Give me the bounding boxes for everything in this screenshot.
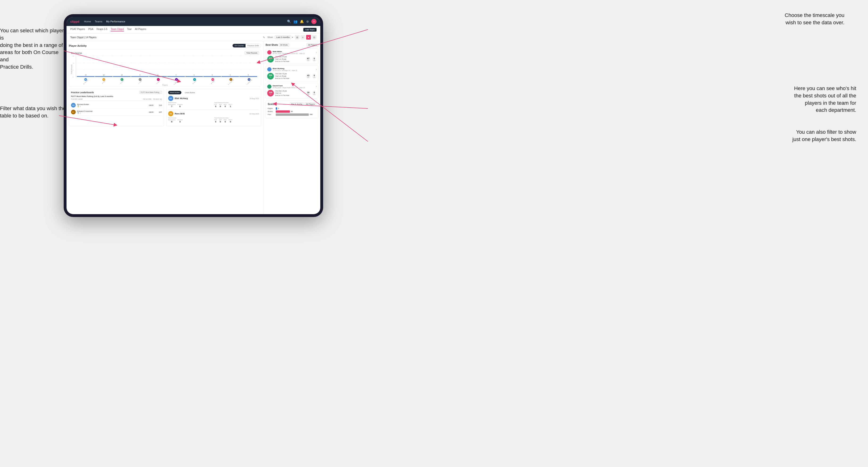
logo: clippd xyxy=(70,20,79,23)
chart-top: On Course Total Rounds xyxy=(71,51,259,55)
leaderboard-row-0[interactable]: RB Richard Butler 🥇 1 19/20 110 xyxy=(71,102,162,109)
leaderboard-row-1[interactable]: EC Edward Crossman 🥈 2 18/20 107 xyxy=(71,109,162,116)
x-label-9: LR L. Robertson xyxy=(240,78,258,83)
tablet-screen: clippd Home Teams My Performance 🔍 👥 🔔 ⊕… xyxy=(66,17,320,214)
best-shots-section: Best Shots All Shots All Players Matt Mi… xyxy=(266,43,318,98)
search-icon[interactable]: 🔍 xyxy=(287,20,291,23)
shot-badge-num-0: 200 xyxy=(269,57,272,59)
shot-dist-sub-0a: yds xyxy=(307,60,309,61)
sub-nav-all[interactable]: All Players xyxy=(135,28,146,31)
shot-avatar-2 xyxy=(267,85,272,89)
leaderboard-avatar-0: RB xyxy=(71,103,76,107)
bar-col-6: 3 xyxy=(185,74,203,77)
people-icon[interactable]: 👥 xyxy=(293,20,298,23)
chart-filter[interactable]: Total Rounds xyxy=(245,51,259,55)
shot-chevron-0[interactable]: › xyxy=(316,51,317,54)
sub-nav-pga[interactable]: PGA xyxy=(88,28,93,31)
on-course-toggle[interactable]: On Course xyxy=(232,44,246,48)
plus-icon[interactable]: ⊕ xyxy=(306,20,309,23)
bar-highlight-1 xyxy=(95,76,113,77)
practice-filter[interactable]: PUTT Must Make Putting... xyxy=(140,91,162,94)
bar-8 xyxy=(221,76,239,77)
bar-label-7: 3 xyxy=(212,74,213,76)
bar-highlight-2 xyxy=(113,76,131,77)
shot-dist-num-0a: 67 xyxy=(307,57,309,60)
best-shots-title: Best Shots xyxy=(266,44,278,46)
x-axis-footer-label: Players xyxy=(71,84,259,86)
leaderboard-cols: PLAYER NAME PB SCORE PB AVG SQ xyxy=(71,98,162,101)
card-view-icon[interactable]: ♥ xyxy=(306,35,311,40)
sub-nav-hcaps[interactable]: Hcaps 1-5 xyxy=(97,28,107,31)
least-active-tab[interactable]: Least Active xyxy=(183,91,197,94)
bar-col-3: 9 xyxy=(131,74,149,77)
scoring-count-eagles: 3 xyxy=(278,107,279,109)
nav-performance[interactable]: My Performance xyxy=(106,20,125,23)
show-select[interactable]: Last 3 months xyxy=(275,35,291,39)
x-axis-labels: BM B. McHarg RB R. Britt DF D. Ford xyxy=(71,77,259,83)
x-label-6: RB R. Butler xyxy=(186,78,204,83)
avg-val-0: 110 xyxy=(155,104,162,106)
shot-chevron-1[interactable]: › xyxy=(316,68,317,71)
bell-icon[interactable]: 🔔 xyxy=(300,20,304,23)
x-label-0: BM B. McHarg xyxy=(76,78,94,83)
rounds-label-1: Total Rounds xyxy=(168,117,213,119)
grid-view-icon[interactable]: ⊞ xyxy=(295,35,300,40)
sub-nav-team[interactable]: Team Clippd xyxy=(111,28,124,31)
shot-card-1[interactable]: Blair McHarg 23 Jul 2023 · Ashridge GC ·… xyxy=(266,66,318,81)
shot-dist-text-1: Shot Dist: 43 yds Start Lie: Rough End L… xyxy=(275,73,304,80)
shot-badge-label-2: SG xyxy=(270,94,271,95)
show-chevron[interactable]: ▾ xyxy=(292,36,293,38)
shot-dist-text-2: Shot Dist: 16 yds Start Lie: End Lie: In… xyxy=(275,90,304,97)
x-name-1: R. Britt xyxy=(102,80,106,84)
shot-avatar-0 xyxy=(267,50,272,55)
bar-col-9: 2 xyxy=(239,74,257,77)
x-label-7: MM M. Miller xyxy=(204,78,222,83)
player-name-0: Richard Butler xyxy=(77,103,145,105)
scoring-count-birdies: 96 xyxy=(291,111,293,112)
user-avatar[interactable]: U xyxy=(311,19,316,24)
shot-dist-sub-0b: yds xyxy=(313,60,315,61)
most-active-tab[interactable]: Most Active xyxy=(168,91,182,94)
x-label-4: EE E. Ebert xyxy=(149,78,167,83)
x-label-8: EC E. Crossman xyxy=(222,78,240,83)
player-rank-0: 🥇 1 xyxy=(77,105,145,107)
bar-label-2: 10 xyxy=(121,74,123,76)
nav-home[interactable]: Home xyxy=(84,20,91,23)
player-activity-title: Player Activity xyxy=(69,44,87,47)
active-avatar-1: RB xyxy=(168,111,173,116)
scoring-label-pars: Pars xyxy=(268,114,275,115)
scoring-filter1[interactable]: Par 3, 4 & 5s xyxy=(290,102,304,106)
scoring-title: Scoring xyxy=(268,103,289,105)
col-avg-label: PB AVG SQ xyxy=(153,98,162,100)
shot-info-2: Shot Dist: 16 yds Start Lie: End Lie: In… xyxy=(275,90,304,97)
shot-info-0: Shot Dist: 67 yds Start Lie: Rough End L… xyxy=(275,56,304,63)
active-player-card-1: RB Rees Britt 02 Sep 2023 Total Rounds T… xyxy=(168,111,259,123)
shot-card-0[interactable]: Matt Miller 09 Jun 2023 · Royal North De… xyxy=(266,49,318,64)
all-shots-filter[interactable]: All Shots xyxy=(279,43,289,47)
arg-stat-0: ARG 0 xyxy=(224,104,227,107)
shot-stats-row-0: 200 SG Shot Dist: 67 yds Start Lie: Roug… xyxy=(267,56,317,63)
table-view-icon[interactable]: ⊟ xyxy=(312,35,316,40)
sub-nav-links: PGAT Players PGA Hcaps 1-5 Team Clippd T… xyxy=(70,28,303,31)
player-rank-1: 🥈 2 xyxy=(77,112,145,114)
nav-teams[interactable]: Teams xyxy=(95,20,102,23)
scoring-section: Scoring Par 3, 4 & 5s All Players Eagles… xyxy=(266,100,318,119)
list-view-icon[interactable]: ≡ xyxy=(301,35,305,40)
scoring-bar-eagles-bar xyxy=(276,107,277,110)
practice-toggle[interactable]: Practice Drills xyxy=(246,44,261,48)
scoring-filter2[interactable]: All Players xyxy=(305,102,316,106)
x-label-3: JC J. Coles xyxy=(131,78,149,83)
shot-chevron-2[interactable]: › xyxy=(316,85,317,88)
sub-nav-pgat[interactable]: PGAT Players xyxy=(70,28,85,31)
left-panel: Player Activity On Course Practice Drill… xyxy=(66,41,264,214)
scoring-bar-pars: Pars 499 xyxy=(268,114,316,116)
all-players-filter[interactable]: All Players xyxy=(307,43,318,47)
edit-icon[interactable]: ✎ xyxy=(263,36,265,39)
shot-card-2[interactable]: David Ford 24 Aug 2023 · Royal North Dev… xyxy=(266,83,318,98)
grid-5: 5 xyxy=(73,69,73,71)
x-label-5: GB G. Billingham xyxy=(167,78,185,83)
add-team-button[interactable]: Add Team xyxy=(303,28,316,32)
x-label-2: DF D. Ford xyxy=(113,78,131,83)
shot-dist-num-1a: 43 xyxy=(307,74,309,76)
sub-nav-tour[interactable]: Tour xyxy=(127,28,132,31)
